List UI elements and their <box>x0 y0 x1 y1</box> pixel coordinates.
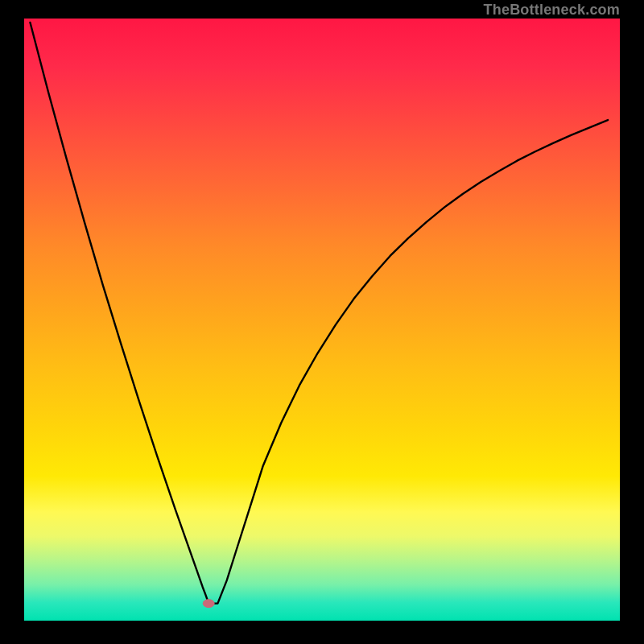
minimum-marker <box>203 600 214 608</box>
curve-overlay <box>24 19 620 621</box>
chart-container: TheBottleneck.com <box>0 0 644 644</box>
attribution-text: TheBottleneck.com <box>484 2 620 19</box>
bottleneck-curve <box>30 23 608 604</box>
